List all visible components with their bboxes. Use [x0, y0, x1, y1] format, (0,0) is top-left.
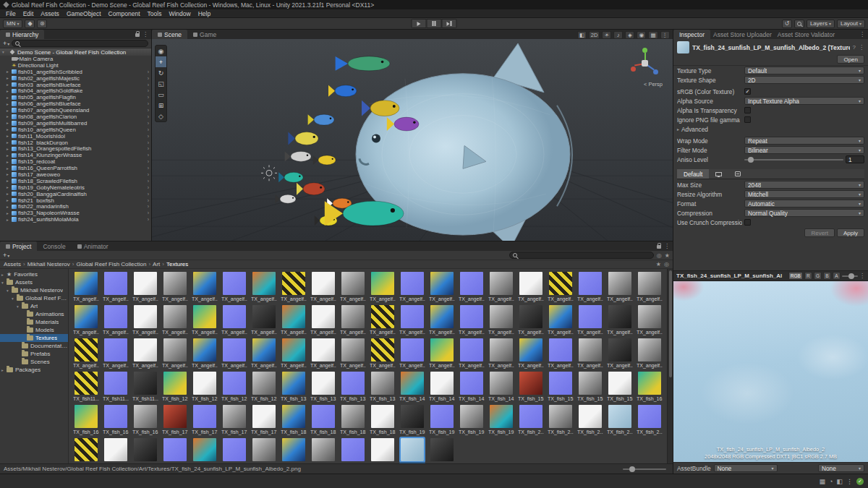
asset-item[interactable]: TX_fish_18...	[281, 405, 307, 436]
asset-item[interactable]: TX_angelf...	[607, 338, 633, 369]
create-asset-button[interactable]: +▾	[3, 252, 9, 259]
asset-item[interactable]: TX_fish_17...	[192, 405, 218, 436]
rect-tool[interactable]: ▭	[156, 89, 166, 100]
perspective-label[interactable]: < Persp	[644, 81, 663, 87]
preview-menu-dots-icon[interactable]: ⋮	[859, 273, 865, 279]
asset-item[interactable]: TX_fish_18...	[340, 405, 366, 436]
asset-item[interactable]: TX_angelf...	[518, 338, 544, 369]
camera-preview-toggle[interactable]: ▦	[648, 31, 658, 39]
asset-item[interactable]: TX_fish11...	[132, 372, 158, 403]
audio-toggle[interactable]: ♪	[613, 31, 623, 39]
asset-item[interactable]: TX_angelf...	[132, 272, 158, 303]
hierarchy-search-input[interactable]	[12, 40, 148, 47]
render-mode-dropdown[interactable]: ◧	[577, 31, 587, 39]
hidden-packages-icon[interactable]: ◎	[664, 261, 669, 267]
menu-component[interactable]: Component	[105, 10, 144, 17]
aniso-level-value[interactable]: 1	[846, 155, 864, 163]
asset-item[interactable]: TX_fish11...	[103, 372, 129, 403]
tab-animator[interactable]: Animator	[72, 241, 114, 251]
fish-model[interactable]	[278, 172, 303, 182]
hierarchy-item[interactable]: ▸fish12_blackDurgon›	[0, 140, 151, 146]
search-button[interactable]	[794, 20, 804, 28]
max-size-dropdown[interactable]: 2048	[744, 181, 864, 189]
asset-item[interactable]: TX_angelf...	[518, 305, 544, 336]
breadcrumb-item[interactable]: Assets	[4, 261, 21, 267]
hierarchy-item[interactable]: ▸fish22_mandarinfish›	[0, 203, 151, 210]
hierarchy-item[interactable]: ▸fish21_boxfish›	[0, 197, 151, 204]
asset-item[interactable]: TX_fish_13...	[340, 372, 366, 403]
prefab-open-chevron[interactable]: ›	[148, 88, 151, 93]
menu-window[interactable]: Window	[165, 10, 194, 17]
asset-item[interactable]: TX_angelf...	[637, 305, 663, 336]
crunch-compression-checkbox[interactable]	[744, 219, 751, 226]
asset-item[interactable]: TX_fish_14...	[399, 372, 425, 403]
asset-item[interactable]: TX_angelf...	[340, 305, 366, 336]
channel-r-button[interactable]: R	[804, 272, 812, 280]
favorite-asset-icon[interactable]: ★	[656, 261, 661, 267]
prefab-open-chevron[interactable]: ›	[148, 166, 151, 171]
asset-item[interactable]: TX_fish_16...	[637, 372, 663, 403]
menu-dots-icon[interactable]: ⋮	[664, 244, 670, 249]
project-tree-item-materials[interactable]: Materials	[0, 318, 68, 326]
tab-hierarchy[interactable]: Hierarchy	[0, 30, 44, 39]
transform-tool[interactable]: ⊞	[156, 100, 166, 111]
prefab-open-chevron[interactable]: ›	[148, 127, 151, 132]
project-tree-item-textures[interactable]: Textures	[0, 334, 68, 342]
x-axis-cone[interactable]	[631, 67, 636, 72]
alerts-icon[interactable]: ◔	[829, 478, 833, 485]
asset-item[interactable]: TX_angelf...	[607, 305, 633, 336]
help-icon[interactable]: ?	[853, 45, 856, 51]
services-icon[interactable]: ⊛	[37, 20, 47, 28]
texture-preview[interactable]: TX_fish_24_sunfish_LP_M_sunfish_Albedo_2…	[673, 281, 868, 462]
asset-item[interactable]: TX_angelf...	[162, 272, 188, 303]
asset-item[interactable]: TX_angelf...	[281, 272, 307, 303]
menu-edit[interactable]: Edit	[20, 10, 38, 17]
asset-item[interactable]: TX_fish_13...	[281, 372, 307, 403]
asset-item[interactable]: TX_angelf...	[251, 338, 277, 369]
auto-refresh-icon[interactable]: ▦	[820, 478, 826, 485]
scene-orientation-gizmo[interactable]	[629, 48, 661, 80]
prefab-open-chevron[interactable]: ›	[148, 69, 151, 74]
asset-item[interactable]: TX_angelf...	[281, 305, 307, 336]
fish-model[interactable]	[308, 114, 334, 125]
asset-item[interactable]: TX_angelf...	[637, 272, 663, 303]
format-dropdown[interactable]: Automatic	[744, 200, 864, 207]
wrap-mode-dropdown[interactable]: Repeat	[744, 137, 864, 145]
asset-item[interactable]: TX_fish_24...	[429, 438, 455, 463]
undo-history-icon[interactable]: ↺	[782, 20, 792, 28]
asset-item[interactable]: TX_angelf...	[281, 338, 307, 369]
hierarchy-item[interactable]: ▸fish08_angelfishClarion›	[0, 114, 151, 120]
platform-tab-server[interactable]	[728, 169, 747, 179]
asset-item[interactable]: TX_fish_19...	[488, 405, 514, 436]
menu-help[interactable]: Help	[195, 10, 214, 17]
texture-shape-dropdown[interactable]: 2D	[744, 76, 864, 84]
prefab-open-chevron[interactable]: ›	[148, 114, 151, 119]
prefab-open-chevron[interactable]: ›	[148, 198, 151, 203]
menu-assets[interactable]: Assets	[37, 10, 63, 17]
breadcrumb-item[interactable]: Textures	[166, 261, 188, 267]
asset-item[interactable]: TX_angelf...	[132, 338, 158, 369]
asset-item[interactable]: TX_angelf...	[162, 338, 188, 369]
gizmo-center-cube[interactable]	[642, 60, 648, 67]
asset-item[interactable]: TX_angelf...	[429, 338, 455, 369]
move-tool[interactable]: +	[156, 56, 166, 67]
asset-item[interactable]: TX_fish_19...	[399, 405, 425, 436]
hierarchy-item[interactable]: ▸fish05_angelfishFlagfin›	[0, 94, 151, 100]
asset-item[interactable]: TX_angelf...	[251, 305, 277, 336]
asset-item[interactable]: TX_fish_15...	[577, 372, 603, 403]
hierarchy-item[interactable]: ▸fish07_angelfishQueensland›	[0, 107, 151, 114]
asset-item[interactable]: TX_angelf...	[340, 272, 366, 303]
asset-item[interactable]: TX_angelf...	[162, 305, 188, 336]
menu-dots-icon[interactable]: ⋮	[859, 32, 865, 38]
asset-item[interactable]: TX_fish_15...	[518, 372, 544, 403]
asset-item[interactable]: TX_angelf...	[310, 338, 336, 369]
2d-toggle[interactable]: 2D	[589, 31, 600, 39]
project-search-input[interactable]	[509, 252, 654, 259]
asset-item[interactable]: TX_angelf...	[607, 272, 633, 303]
hierarchy-item[interactable]: ▸fish14_KlunzingerWrasse›	[0, 152, 151, 158]
asset-item[interactable]: TX_angelf...	[192, 338, 218, 369]
asset-item[interactable]: TX_fish_12...	[221, 372, 247, 403]
asset-item[interactable]: TX_angelf...	[370, 272, 396, 303]
asset-item[interactable]: TX_fish_14...	[488, 372, 514, 403]
asset-item[interactable]: TX_fish_15...	[607, 372, 633, 403]
